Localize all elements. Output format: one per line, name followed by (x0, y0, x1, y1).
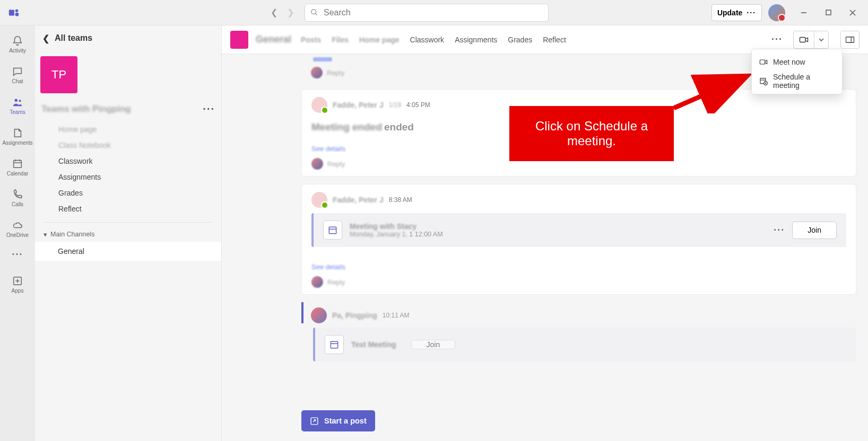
reply-avatar (311, 158, 323, 170)
tab-posts[interactable]: Posts (301, 32, 321, 47)
meeting-card: Test Meeting Join (313, 328, 856, 361)
chevron-left-icon: ❮ (42, 33, 49, 43)
tab-reflect[interactable]: Reflect (543, 32, 566, 47)
svg-rect-0 (9, 10, 14, 15)
search-input[interactable]: Search (305, 4, 549, 22)
post-time: 8:38 AM (389, 196, 412, 204)
rail-onedrive[interactable]: OneDrive (2, 214, 33, 243)
sidebar-item-homepage[interactable]: Home page (44, 121, 213, 137)
search-placeholder: Search (324, 8, 351, 17)
team-more-button[interactable]: ··· (203, 103, 215, 115)
history-nav: ❮ ❯ (271, 7, 294, 17)
tab-files[interactable]: Files (332, 32, 349, 47)
app-rail: Activity Chat Teams Assignments Calendar… (0, 25, 35, 441)
channel-more-button[interactable]: ··· (768, 32, 786, 47)
sidebar-item-classnotebook[interactable]: Class Notebook (44, 137, 213, 153)
instruction-callout: Click on Schedule a meeting. (509, 106, 674, 161)
minimize-button[interactable] (792, 2, 816, 23)
meeting-subtitle: Monday, January 1, 1 12:00 AM (350, 231, 443, 238)
meeting-title: Test Meeting (351, 340, 396, 349)
post-card-meeting-scheduled: Fadde, Peter J 8:38 AM Meeting with Stac… (301, 184, 856, 295)
rail-calls[interactable]: Calls (2, 183, 33, 212)
sidebar-quicklinks: Home page Class Notebook Classwork Assig… (44, 119, 213, 223)
post-author: Fadde, Peter J (333, 196, 384, 204)
team-avatar-tile[interactable]: TP (40, 56, 77, 93)
svg-rect-21 (329, 227, 336, 234)
tab-assignments[interactable]: Assignments (455, 32, 497, 47)
post-date: 1/19 (389, 101, 401, 109)
calendar-icon (325, 335, 344, 354)
reply-avatar (311, 276, 323, 288)
reply-avatar (311, 67, 323, 78)
maximize-button[interactable] (816, 2, 840, 23)
channel-general[interactable]: General (35, 242, 221, 261)
close-button[interactable] (840, 2, 865, 23)
meeting-title: Meeting with Stacy (350, 222, 443, 231)
back-arrow[interactable]: ❮ (271, 7, 277, 17)
tab-grades[interactable]: Grades (508, 32, 532, 47)
user-avatar[interactable] (768, 4, 785, 21)
rail-calendar[interactable]: Calendar (2, 153, 33, 181)
teams-sidebar: ❮ All teams TP Teams with Pingping ··· H… (35, 25, 222, 441)
post-time: 4:05 PM (406, 101, 430, 109)
meeting-card-more[interactable]: ··· (774, 225, 785, 236)
rail-more[interactable]: ··· (12, 249, 23, 260)
dropdown-schedule-meeting[interactable]: Schedule a meeting (752, 72, 842, 91)
sidebar-item-assignments[interactable]: Assignments (44, 169, 213, 185)
sidebar-group-main-channels[interactable]: ▾ Main Channels (35, 227, 221, 242)
rail-activity[interactable]: Activity (2, 30, 33, 58)
team-name: Teams with Pingping (41, 104, 131, 114)
calendar-icon (323, 220, 342, 240)
reply-link[interactable]: Reply (327, 69, 344, 77)
meeting-card: Meeting with Stacy Monday, January 1, 1 … (311, 213, 846, 247)
post-avatar[interactable] (311, 307, 327, 323)
sidebar-item-classwork[interactable]: Classwork (44, 153, 213, 169)
update-button[interactable]: Update ··· (711, 4, 762, 21)
all-teams-back[interactable]: ❮ All teams (35, 25, 221, 51)
post-avatar[interactable] (311, 97, 327, 113)
teams-app-icon (6, 5, 21, 20)
post-time: 10:11 AM (383, 312, 410, 319)
rail-teams[interactable]: Teams (2, 91, 33, 120)
svg-point-1 (15, 9, 19, 12)
svg-point-3 (311, 10, 316, 14)
svg-rect-6 (826, 10, 831, 15)
see-details-link[interactable]: See details (311, 263, 846, 271)
dropdown-meet-now[interactable]: Meet now (752, 52, 842, 72)
post-author: Fadde, Peter J (333, 101, 384, 109)
svg-rect-11 (14, 160, 22, 167)
join-button[interactable]: Join (792, 222, 837, 239)
tab-classwork[interactable]: Classwork (410, 32, 445, 47)
svg-line-4 (315, 13, 317, 15)
sidebar-item-grades[interactable]: Grades (44, 185, 213, 201)
channel-avatar (230, 31, 248, 49)
svg-point-10 (19, 100, 21, 102)
post-avatar[interactable] (311, 192, 327, 208)
meet-button[interactable] (793, 31, 829, 49)
meet-dropdown-caret[interactable] (814, 31, 828, 48)
channel-tabs: Posts Files Home page Classwork Assignme… (301, 32, 566, 47)
unread-marker (313, 57, 332, 61)
meet-dropdown-menu: Meet now Schedule a meeting (751, 49, 843, 94)
tab-homepage[interactable]: Home page (359, 32, 399, 47)
rail-chat[interactable]: Chat (2, 60, 33, 89)
reply-link[interactable]: Reply (327, 278, 345, 286)
svg-point-9 (15, 99, 18, 102)
svg-rect-2 (15, 13, 19, 16)
rail-apps[interactable]: Apps (2, 270, 33, 298)
start-post-button[interactable]: Start a post (301, 410, 375, 431)
join-button[interactable]: Join (411, 340, 456, 349)
open-panel-button[interactable] (840, 31, 860, 49)
post-author: Pa, Pingping (332, 311, 377, 320)
svg-rect-18 (800, 37, 806, 42)
channel-title: General (256, 34, 291, 45)
svg-rect-23 (331, 341, 337, 348)
svg-rect-26 (760, 60, 765, 64)
sidebar-item-reflect[interactable]: Reflect (44, 201, 213, 217)
reply-link[interactable]: Reply (327, 160, 345, 168)
forward-arrow[interactable]: ❯ (287, 7, 294, 17)
svg-rect-19 (846, 37, 854, 42)
camera-icon (794, 36, 814, 43)
caret-down-icon: ▾ (44, 231, 47, 239)
rail-assignments[interactable]: Assignments (2, 122, 33, 151)
